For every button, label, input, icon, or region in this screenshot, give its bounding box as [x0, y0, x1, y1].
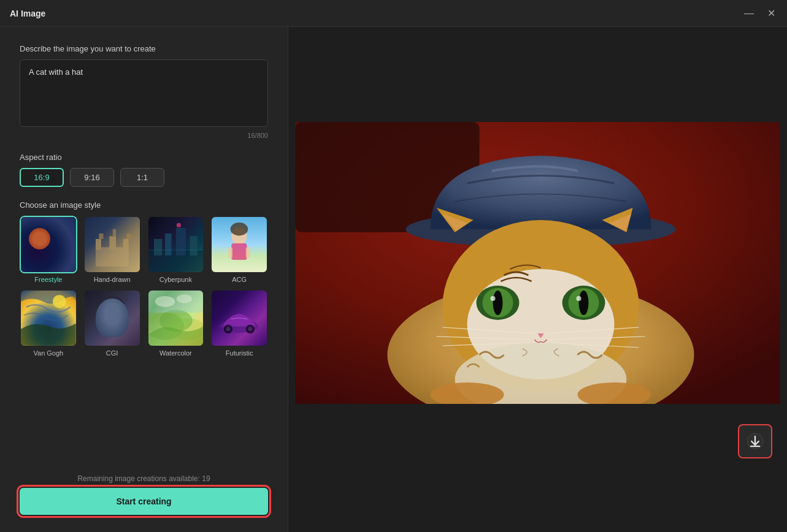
svg-point-53	[493, 291, 503, 315]
style-label-watercolor: Watercolor	[159, 349, 192, 357]
svg-rect-3	[123, 239, 129, 250]
style-item-freestyle[interactable]: Freestyle	[20, 216, 77, 283]
svg-point-24	[106, 311, 108, 314]
style-thumb-vangogh	[20, 289, 77, 347]
style-label: Choose an image style	[20, 200, 268, 210]
style-thumb-cyberpunk	[147, 216, 205, 273]
image-bottom-space	[288, 404, 787, 471]
svg-marker-5	[113, 229, 116, 237]
style-thumb-watercolor	[147, 289, 205, 347]
left-panel: Describe the image you want to create A …	[0, 27, 288, 532]
style-thumb-image-watercolor	[148, 291, 204, 346]
svg-point-25	[117, 311, 119, 314]
style-label-freestyle: Freestyle	[34, 276, 62, 283]
aspect-ratio-section: Aspect ratio 16:9 9:16 1:1	[20, 153, 268, 187]
image-top-space	[288, 27, 787, 122]
right-panel	[288, 27, 787, 532]
style-label-cgi: CGI	[106, 349, 118, 357]
close-button[interactable]: ✕	[765, 7, 777, 20]
style-thumb-handdrawn	[83, 216, 141, 273]
style-item-cgi[interactable]: CGI	[83, 289, 141, 357]
char-count: 16/800	[20, 132, 268, 139]
aspect-ratio-label: Aspect ratio	[20, 153, 268, 162]
style-item-watercolor[interactable]: Watercolor	[147, 289, 205, 357]
svg-point-57	[579, 291, 589, 315]
style-label-cyberpunk: Cyberpunk	[159, 276, 192, 283]
remaining-text: Remaining image creations available: 19	[20, 474, 268, 483]
svg-rect-28	[120, 304, 124, 321]
start-creating-button[interactable]: Start creating	[20, 488, 268, 515]
style-item-acg[interactable]: ACG	[210, 216, 268, 283]
cat-image-svg	[288, 122, 787, 404]
style-thumb-image-futuristic	[212, 291, 267, 346]
style-label-handdrawn: Hand-drawn	[94, 276, 131, 283]
aspect-btn-1-1[interactable]: 1:1	[120, 168, 164, 187]
title-bar: AI Image — ✕	[0, 0, 787, 27]
style-item-cyberpunk[interactable]: Cyberpunk	[147, 216, 205, 283]
svg-rect-18	[246, 247, 250, 258]
style-thumb-image-handdrawn	[85, 217, 140, 272]
style-thumb-cgi	[83, 289, 141, 347]
svg-rect-8	[153, 239, 161, 256]
style-section: Choose an image style Freestyle	[20, 200, 268, 357]
style-label-futuristic: Futuristic	[226, 349, 253, 357]
svg-rect-9	[164, 234, 171, 256]
style-grid: Freestyle	[20, 216, 268, 357]
style-thumb-image-acg	[212, 217, 267, 272]
svg-point-16	[231, 222, 248, 236]
svg-point-23	[115, 311, 120, 314]
svg-point-54	[491, 296, 496, 301]
style-thumb-futuristic	[210, 289, 268, 347]
main-content: Describe the image you want to create A …	[0, 27, 787, 532]
svg-point-20	[96, 298, 127, 337]
prompt-section: Describe the image you want to create A …	[20, 44, 268, 139]
svg-rect-0	[96, 247, 129, 266]
style-item-vangogh[interactable]: Van Gogh	[20, 289, 77, 357]
svg-point-38	[226, 327, 231, 331]
svg-marker-4	[99, 234, 103, 239]
svg-point-39	[248, 327, 252, 331]
svg-rect-11	[190, 236, 198, 255]
style-label-acg: ACG	[232, 276, 247, 283]
svg-point-22	[104, 311, 109, 314]
svg-rect-17	[228, 247, 232, 258]
style-thumb-image-freestyle	[21, 217, 76, 272]
style-thumb-image-cyberpunk	[148, 217, 204, 272]
svg-point-26	[100, 297, 124, 312]
prompt-label: Describe the image you want to create	[20, 44, 268, 53]
svg-point-58	[577, 296, 582, 301]
svg-point-13	[176, 223, 180, 227]
bottom-section: Remaining image creations available: 19 …	[20, 462, 268, 515]
download-button[interactable]	[738, 424, 772, 458]
svg-point-33	[155, 296, 174, 307]
style-thumb-acg	[210, 216, 268, 273]
style-thumb-image-vangogh	[21, 291, 76, 346]
window-controls: — ✕	[743, 7, 777, 20]
prompt-textarea[interactable]: A cat with a hat	[20, 59, 268, 127]
svg-rect-1	[96, 239, 101, 250]
style-thumb-freestyle	[20, 216, 77, 273]
aspect-ratio-row: 16:9 9:16 1:1	[20, 168, 268, 187]
aspect-btn-9-16[interactable]: 9:16	[70, 168, 114, 187]
svg-rect-27	[100, 304, 104, 321]
svg-point-21	[101, 302, 123, 325]
svg-point-34	[176, 294, 191, 303]
svg-rect-10	[175, 228, 185, 256]
window-title: AI Image	[10, 9, 45, 18]
minimize-button[interactable]: —	[743, 7, 755, 20]
generated-image	[288, 122, 787, 404]
download-icon	[747, 433, 764, 450]
aspect-btn-16-9[interactable]: 16:9	[20, 168, 64, 187]
style-label-vangogh: Van Gogh	[34, 349, 64, 357]
style-item-futuristic[interactable]: Futuristic	[210, 289, 268, 357]
svg-point-19	[53, 295, 66, 308]
svg-rect-15	[232, 243, 247, 260]
style-item-handdrawn[interactable]: Hand-drawn	[83, 216, 141, 283]
svg-marker-6	[126, 234, 131, 239]
svg-rect-2	[109, 236, 116, 249]
style-thumb-image-cgi	[85, 291, 140, 346]
